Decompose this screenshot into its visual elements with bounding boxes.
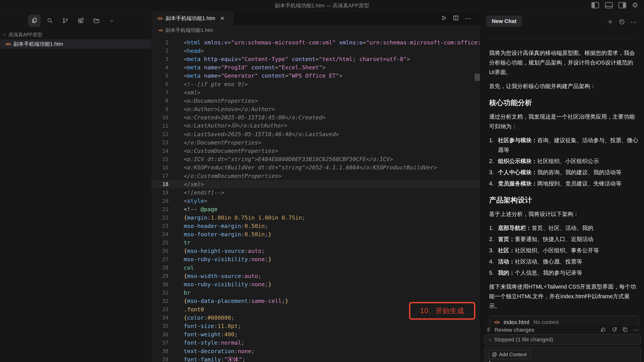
code-line[interactable]: 15 <o:ICV dt:dt="string">E484E6860D0EF33… [152,155,480,164]
line-number: 20 [152,198,173,204]
code-line[interactable]: 38 text-decoration:none; [152,347,480,355]
thumbs-down-icon[interactable] [611,327,617,333]
indent-guide [187,130,187,138]
line-number: 10 [152,115,173,121]
code-line[interactable]: 16 <o:KSOProductBuildVer dt:dt="string">… [152,164,480,172]
indent-guide [187,147,187,155]
chat-more-icon[interactable]: ⋯ [630,18,637,26]
line-number: 2 [152,48,173,54]
code-line[interactable]: 25tr [152,239,480,247]
toggle-left-sidebar-icon[interactable] [592,2,599,8]
code-line[interactable]: 1<html xmlns:v="urn:schemas-microsoft-co… [152,38,480,46]
indent-guide [187,247,187,255]
indent-guide [197,147,198,155]
indent-guide [197,172,198,180]
source-control-icon[interactable] [59,14,72,27]
folder-name: 高保真APP原型 [8,31,42,38]
open-folder-icon[interactable] [90,14,102,27]
code-line[interactable]: 17 </o:CustomDocumentProperties> [152,172,480,180]
code-line[interactable]: 31br [152,289,480,297]
explorer-files-icon[interactable] [28,14,40,27]
line-number: 9 [152,106,173,112]
breadcrumb[interactable]: <> 副本手机端功能1.htm [152,25,480,35]
chat-input-box[interactable]: @ Add Context [484,347,641,362]
explorer-file-item[interactable]: <> 副本手机端功能1.htm [0,39,152,49]
indent-guide [187,213,187,222]
add-context-button[interactable]: @ Add Context [488,350,531,359]
code-line[interactable]: 2 <head> [152,46,480,55]
code-line[interactable]: 4 <meta name="ProgId" content="Excel.She… [152,63,480,72]
tab-close-icon[interactable]: ✕ [220,15,224,21]
settings-gear-icon[interactable]: ⚙ [632,2,638,8]
annotation-step-10-start-generate: 10、开始生成 [409,302,475,320]
tab-active-file[interactable]: <> 副本手机端功能1.htm ✕ [152,11,234,25]
code-line[interactable]: 35 font-size:11.0pt; [152,322,480,330]
editor-scrollbar-thumb[interactable] [474,74,480,81]
split-editor-icon[interactable] [452,15,459,22]
code-line[interactable]: 36 font-weight:400; [152,330,480,339]
indent-guide [187,339,187,347]
chat-list-item: 1.社区参与模块：咨询、建议征集、活动参与、投票、微心愿等 [489,135,638,155]
code-line[interactable]: 8 <o:DocumentProperties> [152,97,480,105]
file-chip-index-html[interactable]: <>index.htmlNo content [489,316,638,326]
code-line[interactable]: 19 <![endif]--> [152,188,480,197]
code-line[interactable]: 39 font-family:"宋体"; [152,355,480,362]
line-number: 23 [152,223,173,229]
review-more-icon[interactable]: ⋯ [633,326,639,334]
changes-list-icon [486,327,492,333]
code-line[interactable]: 12 <o:LastSaved>2025-05-15T18:46:48</o:L… [152,130,480,138]
code-line[interactable]: 3 <meta http-equiv="Content-Type" conten… [152,55,480,63]
indent-guide [187,297,187,305]
line-number: 18 [152,181,173,187]
code-line[interactable]: 7 <xml> [152,88,480,97]
code-line[interactable]: 27 mso-ruby-visibility:none;} [152,255,480,263]
activity-bar [0,11,152,29]
code-line[interactable]: 29 {mso-width-source:auto; [152,272,480,280]
code-line[interactable]: 26 {mso-height-source:auto; [152,247,480,255]
line-number: 1 [152,39,173,45]
editor-more-actions-icon[interactable]: ⋯ [464,14,471,22]
chat-list-item: 5.我的：个人信息、我的参与记录等 [489,268,638,278]
thumbs-up-icon[interactable] [600,327,606,333]
file-chip-status: No content [534,317,559,326]
new-chat-tab[interactable]: New Chat [486,16,522,27]
line-number: 32 [152,298,173,304]
extensions-icon[interactable] [75,14,87,27]
search-icon[interactable] [44,14,56,27]
copy-response-icon[interactable] [622,327,628,333]
code-line[interactable]: 22 {margin:1.00in 0.75in 1.00in 0.75in; [152,213,480,222]
run-preview-icon[interactable] [440,15,447,22]
code-line[interactable]: 20 <style> [152,197,480,205]
chat-paragraph: 通过分析文档，我发现这是一个社区治理类应用，主要功能可归纳为： [489,112,638,131]
explorer-folder-header[interactable]: 高保真APP原型 [0,29,152,39]
code-line[interactable]: 13 </o:DocumentProperties> [152,138,480,147]
code-line[interactable]: 21<!-- @page [152,205,480,213]
code-line[interactable]: 24 mso-footer-margin:0.50in;} [152,230,480,238]
toggle-right-sidebar-icon[interactable] [618,2,626,8]
indent-guide [197,130,198,138]
toggle-bottom-panel-icon[interactable] [605,2,613,8]
line-number: 36 [152,332,173,338]
chat-list-item: 3.个人中心模块：我的咨询、我的建议、我的活动等 [489,168,638,177]
code-line[interactable]: 6 <!--[if gte mso 9]> [152,80,480,88]
indent-guide [187,138,187,147]
code-line[interactable]: 10 <o:Created>2025-05-15T18:45:00</o:Cre… [152,113,480,122]
code-line[interactable]: 14 <o:CustomDocumentProperties> [152,147,480,155]
code-line[interactable]: 9 <o:Author>Lenovo</o:Author> [152,105,480,113]
window-title: 副本手机端功能1.htm — 高保真APP原型 [0,0,644,11]
code-line[interactable]: 28col [152,263,480,272]
code-line[interactable]: 18 </xml> [152,180,480,188]
indent-guide [197,164,198,172]
code-line[interactable]: 30 mso-ruby-visibility:none;} [152,280,480,288]
code-line[interactable]: 23 mso-header-margin:0.50in; [152,222,480,230]
chat-history-icon[interactable] [618,18,625,26]
new-chat-plus-icon[interactable] [607,18,614,26]
code-line[interactable]: 37 font-style:normal; [152,339,480,347]
code-line[interactable]: 5 <meta name="Generator" content="WPS Of… [152,72,480,80]
chevron-down-icon[interactable] [106,14,118,27]
indent-guide [197,155,198,164]
stopped-status-panel[interactable]: › Stopped (1 file changed) [484,334,641,345]
review-changes-label[interactable]: Review changes [494,327,598,333]
code-line[interactable]: 11 <o:LastAuthor>邱</o:LastAuthor> [152,122,480,130]
indent-guide [197,97,198,105]
